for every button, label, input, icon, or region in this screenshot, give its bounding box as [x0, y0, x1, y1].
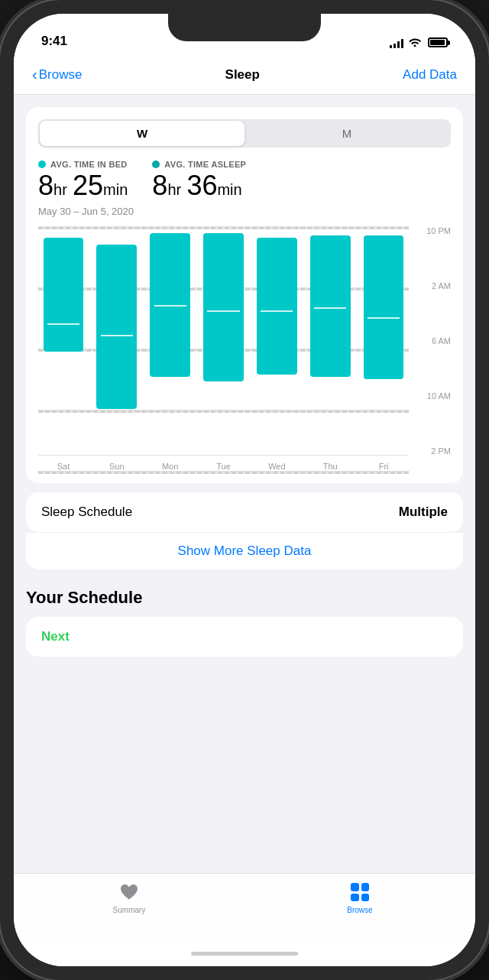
your-schedule-section: Your Schedule Next [26, 588, 463, 657]
wifi-icon [408, 36, 422, 49]
y-label-2pm: 2 PM [413, 446, 451, 456]
grid-line-2pm [38, 471, 409, 474]
y-label-2am: 2 AM [413, 281, 451, 290]
x-label-wed: Wed [251, 462, 302, 471]
x-label-sat: Sat [38, 462, 89, 471]
bar-mon [145, 226, 196, 455]
in-bed-dot [38, 161, 46, 168]
chart-x-labels: Sat Sun Mon Tue Wed Thu Fri [38, 462, 409, 471]
y-label-10pm: 10 PM [413, 226, 451, 235]
period-toggle[interactable]: W M [38, 119, 451, 148]
tab-summary[interactable]: Summary [14, 881, 244, 914]
date-range: May 30 – Jun 5, 2020 [38, 206, 451, 217]
bar-wed-segment [257, 238, 297, 375]
in-bed-label: AVG. TIME IN BED [38, 160, 128, 169]
x-label-mon: Mon [145, 462, 196, 471]
notch [168, 14, 321, 41]
bar-thu [305, 226, 355, 455]
status-icons [390, 36, 448, 49]
your-schedule-title: Your Schedule [26, 588, 463, 608]
page-title: Sleep [225, 67, 260, 83]
chevron-left-icon: ‹ [32, 66, 37, 83]
browse-tab-label: Browse [347, 906, 372, 914]
bar-tue [199, 226, 249, 455]
asleep-dot [152, 161, 160, 168]
next-schedule-card[interactable]: Next [26, 617, 463, 657]
browse-icon [349, 881, 371, 903]
bar-fri-segment [364, 235, 404, 379]
back-button[interactable]: ‹ Browse [32, 66, 82, 83]
x-label-sun: Sun [92, 462, 142, 471]
nav-bar: ‹ Browse Sleep Add Data [14, 55, 475, 95]
sleep-schedule-card[interactable]: Sleep Schedule Multiple [26, 492, 463, 532]
bar-sun-segment [96, 245, 137, 409]
bar-mon-segment [150, 233, 190, 377]
bar-sun [92, 226, 142, 455]
next-label: Next [41, 629, 70, 644]
sleep-chart-section: W M AVG. TIME IN BED 8hr 25min [26, 107, 463, 483]
bar-fri [358, 226, 409, 455]
add-data-button[interactable]: Add Data [403, 67, 457, 83]
sleep-schedule-label: Sleep Schedule [41, 505, 132, 520]
scroll-content: W M AVG. TIME IN BED 8hr 25min [14, 95, 475, 873]
y-label-10am: 10 AM [413, 391, 451, 401]
back-label: Browse [39, 67, 83, 83]
in-bed-value: 8hr 25min [38, 170, 128, 201]
asleep-label: AVG. TIME ASLEEP [152, 160, 246, 169]
chart-y-labels: 10 PM 2 AM 6 AM 10 AM 2 PM [413, 226, 451, 456]
sleep-chart: 10 PM 2 AM 6 AM 10 AM 2 PM [38, 226, 451, 471]
chart-bars [38, 226, 409, 456]
x-label-fri: Fri [358, 462, 409, 471]
sleep-schedule-value: Multiple [399, 505, 448, 520]
weekly-tab[interactable]: W [40, 121, 244, 146]
phone-frame: 9:41 [0, 0, 489, 980]
y-label-6am: 6 AM [413, 336, 451, 346]
bar-sat-segment [44, 238, 84, 352]
battery-icon [428, 37, 448, 47]
tab-browse[interactable]: Browse [244, 881, 475, 914]
x-label-tue: Tue [199, 462, 249, 471]
bar-tue-segment [203, 233, 244, 381]
bottom-spacer [14, 657, 475, 672]
monthly-tab[interactable]: M [244, 121, 449, 146]
asleep-value: 8hr 36min [152, 170, 246, 201]
bar-wed [251, 226, 302, 455]
status-time: 9:41 [41, 34, 67, 49]
stats-row: AVG. TIME IN BED 8hr 25min AVG. TIME ASL… [38, 160, 451, 201]
show-more-button[interactable]: Show More Sleep Data [178, 544, 312, 558]
avg-time-in-bed: AVG. TIME IN BED 8hr 25min [38, 160, 128, 201]
home-bar [191, 952, 298, 956]
show-more-section[interactable]: Show More Sleep Data [26, 532, 463, 570]
bar-sat [38, 226, 89, 455]
x-label-thu: Thu [305, 462, 355, 471]
tab-bar: Summary Browse [14, 873, 475, 940]
heart-icon [118, 881, 140, 903]
avg-time-asleep: AVG. TIME ASLEEP 8hr 36min [152, 160, 246, 201]
home-indicator [14, 940, 475, 966]
summary-tab-label: Summary [113, 906, 146, 914]
bar-thu-segment [310, 235, 351, 377]
phone-screen: 9:41 [14, 14, 475, 966]
signal-icon [390, 37, 403, 48]
